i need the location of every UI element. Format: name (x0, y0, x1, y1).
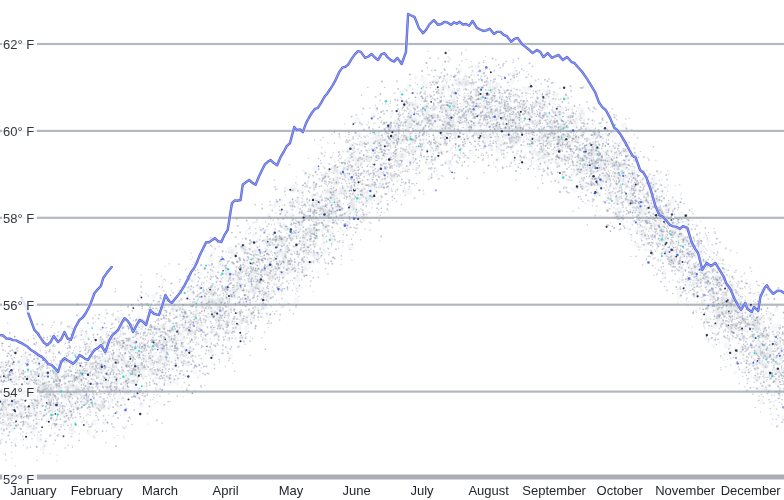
x-axis-month-label: December (721, 483, 781, 498)
y-axis-tick-label: 56° F (2, 297, 37, 312)
x-axis-month-label: June (342, 483, 370, 498)
x-axis-month-label: January (10, 483, 56, 498)
y-axis-tick-label: 60° F (2, 123, 37, 138)
y-axis-tick-label: 62° F (2, 37, 37, 52)
x-axis-month-label: May (279, 483, 304, 498)
x-axis-month-label: November (655, 483, 715, 498)
x-axis-month-label: August (468, 483, 508, 498)
chart-canvas (0, 0, 784, 500)
x-axis-month-label: March (142, 483, 178, 498)
y-axis-tick-label: 54° F (2, 384, 37, 399)
x-axis-month-label: February (71, 483, 123, 498)
x-axis-month-label: October (597, 483, 643, 498)
y-axis-tick-label: 58° F (2, 210, 37, 225)
water-temperature-chart: 62° F60° F58° F56° F54° F52° F JanuaryFe… (0, 0, 784, 500)
x-axis-month-label: April (213, 483, 239, 498)
x-axis-month-label: July (411, 483, 434, 498)
x-axis-month-label: September (522, 483, 586, 498)
